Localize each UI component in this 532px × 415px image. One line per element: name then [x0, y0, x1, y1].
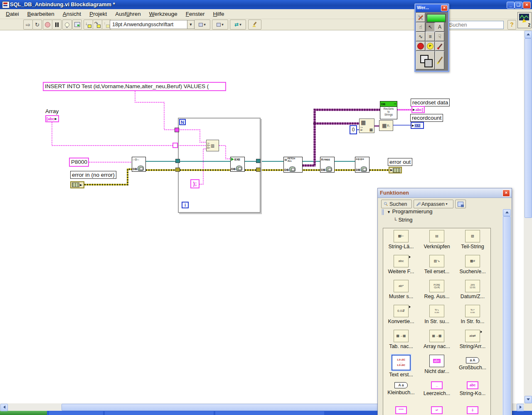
palette-item[interactable]: """	[383, 403, 419, 415]
recordcount-label[interactable]: recordcount	[410, 114, 443, 122]
tree-root[interactable]: ▼ Programmierung	[387, 208, 432, 215]
palette-item[interactable]: %↗ n.nnIn Str. fo...	[455, 303, 490, 328]
palette-item[interactable]: a AGroßbuch...	[455, 353, 490, 378]
palette-item[interactable]: ▩#Suchen/e...	[455, 253, 490, 278]
wire-tool[interactable]: ∿	[416, 32, 425, 41]
restore-button[interactable]: ❏	[515, 2, 522, 9]
palette-item[interactable]: _Leerzeich...	[419, 378, 455, 403]
db-fetch-all-node[interactable]: ⊞FETCH ALL DB	[283, 157, 303, 173]
palette-pin-button[interactable]	[455, 200, 466, 208]
menu-werkzeuge[interactable]: Werkzeuge	[146, 10, 181, 18]
scroll-down-button[interactable]	[525, 396, 532, 403]
close-paren-string-constant[interactable]: );	[190, 179, 200, 188]
palette-item[interactable]: JAN 12:01Datum/Z...	[455, 278, 490, 303]
db-open-connection-node[interactable]: –⊙– DB	[132, 157, 146, 172]
pause-button[interactable]	[52, 20, 62, 30]
for-loop[interactable]	[178, 118, 261, 213]
db-close-connection-node[interactable]: =⊙⊙= DB	[355, 157, 369, 173]
palette-item[interactable]: ⇩	[455, 403, 490, 415]
recordset-data-label[interactable]: recordset data	[411, 99, 450, 106]
palette-scroll-thumb[interactable]	[503, 216, 511, 415]
taskbar-button[interactable]	[215, 411, 324, 415]
palette-item[interactable]: ▩→▦Tab. nac...	[383, 328, 419, 353]
palette-item[interactable]: ↵	[419, 403, 455, 415]
paint-tool[interactable]	[435, 51, 444, 69]
operate-value-tool[interactable]: ☝	[416, 22, 425, 32]
palette-item[interactable]: PCRE C[r,R]Reg. Aus...	[419, 278, 455, 303]
vi-icon-button[interactable]: 2	[517, 12, 532, 28]
run-button[interactable]: ⇨	[23, 20, 33, 30]
probe-tool[interactable]: P	[426, 42, 435, 51]
palette-item[interactable]: abcWeitere F...	[383, 253, 419, 278]
index-array-node[interactable]: ▦ □+■+ ▦	[359, 119, 374, 133]
menu-ansicht[interactable]: Ansicht	[59, 10, 84, 18]
taskbar-start-button[interactable]	[0, 411, 47, 415]
distribute-objects-dropdown[interactable]: ▾	[212, 20, 228, 30]
menu-ausfuehren[interactable]: Ausführen	[112, 10, 144, 18]
step-over-button[interactable]: ↷	[93, 20, 102, 30]
refnum-tunnel-right[interactable]	[256, 159, 261, 163]
port-string-constant[interactable]: P8000	[69, 158, 89, 167]
autoindex-tunnel[interactable]	[172, 143, 178, 148]
scroll-right-button[interactable]	[517, 404, 524, 411]
array-control-terminal[interactable]: [abc▶	[45, 115, 59, 122]
array-label[interactable]: Array	[45, 108, 59, 114]
palette-item[interactable]: A aKleinbuch...	[383, 378, 419, 403]
set-color-tool[interactable]	[416, 51, 435, 69]
functions-palette-title-bar[interactable]: Funktionen ×	[378, 188, 512, 198]
step-into-button[interactable]: ↓	[84, 20, 93, 30]
palette-item[interactable]: abcString-Ko...	[455, 378, 490, 403]
palette-item[interactable]: ab⇄String/Arr...	[455, 328, 490, 353]
error-tunnel-left[interactable]	[175, 168, 180, 172]
string-tunnel[interactable]	[175, 128, 179, 132]
cleanup-diagram-button[interactable]	[248, 20, 261, 30]
palette-item[interactable]: abcNicht dar...	[419, 353, 455, 378]
palette-item[interactable]: ▩⊢String-Lä...	[383, 228, 419, 253]
taskbar-button[interactable]	[105, 411, 214, 415]
palette-item[interactable]: ▤Verknüpfen	[419, 228, 455, 253]
loop-iteration-terminal[interactable]: i	[182, 202, 189, 208]
color-copy-tool[interactable]	[435, 42, 444, 51]
recordset-data-terminal[interactable]: ▶abc]	[411, 106, 425, 113]
error-out-terminal[interactable]: ▶	[389, 167, 402, 173]
font-selector-arrow[interactable]: ▼	[187, 20, 195, 29]
array-size-node[interactable]: ▦ T↓	[379, 120, 393, 131]
palette-item[interactable]: 0.0⇵Konvertie...	[383, 303, 419, 328]
vertical-scrollbar[interactable]	[524, 30, 532, 403]
reorder-dropdown[interactable]: ⇄▾	[230, 20, 246, 30]
db-free-object-node[interactable]: XFREE DB	[320, 157, 335, 173]
palette-customize-button[interactable]: Anpassen▾	[414, 200, 453, 208]
palette-item[interactable]: ▦→▩Array nac...	[419, 328, 455, 353]
tools-palette-window[interactable]: Wer... × ☝ ↖ A ∿ ≡ ☟ P	[414, 3, 449, 72]
menu-fenster[interactable]: Fenster	[182, 10, 208, 18]
palette-scroll-up-button[interactable]	[503, 209, 511, 216]
shortcut-menu-tool[interactable]: ≡	[426, 32, 435, 41]
highlight-execution-button[interactable]	[62, 20, 72, 30]
vertical-scroll-thumb[interactable]	[525, 38, 532, 218]
palette-item-selected[interactable]: 1.3 LEC ↓ ↓ 1.3 LECText erst...	[383, 353, 419, 378]
sql-string-constant[interactable]: INSERT INTO Test (id,Vorname,Name,alter_…	[43, 82, 226, 91]
refnum-tunnel-left[interactable]	[175, 159, 180, 163]
palette-item[interactable]: ▧↘Teil erset...	[419, 253, 455, 278]
error-tunnel-right[interactable]	[256, 168, 261, 172]
recsets-to-strings-node[interactable]: DB⊸ RecSets to Strings	[380, 101, 397, 119]
help-button[interactable]: ?	[507, 20, 516, 30]
scroll-up-button[interactable]	[525, 31, 532, 38]
close-icon[interactable]: ×	[502, 190, 510, 197]
menu-projekt[interactable]: Projekt	[86, 10, 110, 18]
edit-text-tool[interactable]: A	[435, 22, 444, 32]
tree-child[interactable]: └ String	[394, 217, 412, 223]
align-objects-dropdown[interactable]: ▾	[194, 20, 210, 30]
auto-tool-button[interactable]	[416, 13, 425, 22]
concatenate-strings-node[interactable]: □+ ▨+ ▨+ ▥	[206, 140, 219, 151]
palette-scrollbar[interactable]	[502, 209, 510, 415]
auto-tool-led[interactable]	[426, 14, 446, 22]
taskbar-button[interactable]	[49, 411, 103, 415]
breakpoint-tool[interactable]	[416, 42, 425, 51]
error-out-label[interactable]: error out	[388, 158, 412, 166]
close-button[interactable]: ×	[523, 2, 531, 9]
position-tool[interactable]: ↖	[426, 22, 435, 32]
palette-item[interactable]: ab*Muster s...	[383, 278, 419, 303]
title-bar[interactable]: SQL_DB_Anbindung.vi Blockdiagramm * _ ❏ …	[0, 0, 532, 9]
minimize-button[interactable]: _	[507, 2, 515, 9]
